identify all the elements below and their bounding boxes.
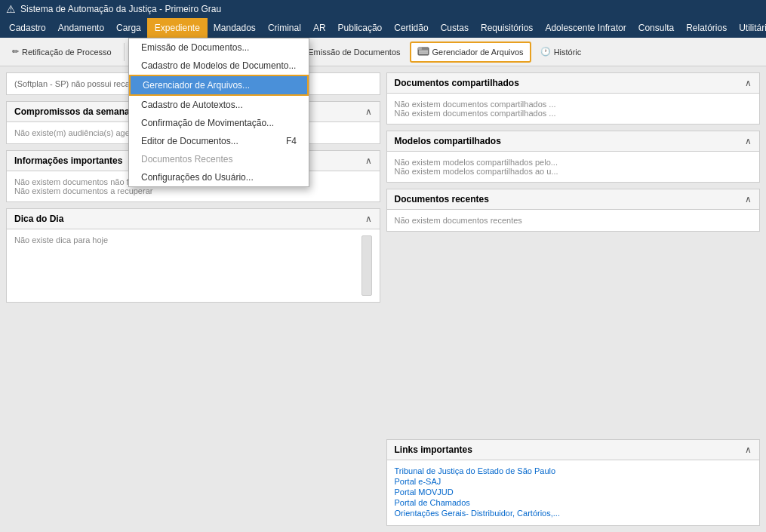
compromissos-title: Compromissos da semana [14, 106, 130, 117]
links-importantes-header: Links importantes ∧ [387, 440, 760, 460]
retificacao-icon: ✏ [12, 47, 19, 57]
gerenciador-icon [417, 45, 429, 59]
menu-certidao[interactable]: Certidão [388, 18, 434, 38]
expediente-dropdown: Emissão de Documentos... Cadastro de Mod… [128, 38, 309, 187]
separator-1 [124, 43, 125, 61]
svg-rect-6 [418, 48, 422, 50]
menu-publicacao[interactable]: Publicação [332, 18, 389, 38]
dropdown-confirmacao[interactable]: Confirmação de Movimentação... [129, 114, 309, 132]
informacoes-line-2: Não existem documentos a recuperar [14, 186, 372, 195]
right-column: Documentos compartilhados ∧ Não existem … [386, 72, 761, 526]
link-item-1[interactable]: Portal e-SAJ [395, 477, 752, 486]
menu-ar[interactable]: AR [307, 18, 332, 38]
modelos-compartilhados-line-2: Não existem modelos compartilhados ao u.… [395, 167, 752, 176]
link-item-2[interactable]: Portal MOVJUD [395, 487, 752, 497]
menu-adolescente[interactable]: Adolescente Infrator [539, 18, 632, 38]
dica-content: Não existe dica para hoje [7, 229, 380, 302]
title-bar: ⚠ Sistema de Automação da Justiça - Prim… [0, 0, 766, 18]
retificacao-label: Retificação de Processo [22, 48, 112, 57]
modelos-compartilhados-panel: Modelos compartilhados ∧ Não existem mod… [386, 131, 761, 183]
dropdown-configuracoes[interactable]: Configurações do Usuário... [129, 168, 309, 186]
menu-custas[interactable]: Custas [435, 18, 475, 38]
dropdown-cadastro-modelos[interactable]: Cadastro de Modelos de Documento... [129, 57, 309, 75]
docs-recentes-content: Não existem documentos recentes [387, 210, 760, 231]
links-importantes-title: Links importantes [395, 444, 472, 455]
docs-recentes-panel: Documentos recentes ∧ Não existem docume… [386, 189, 761, 232]
docs-recentes-text: Não existem documentos recentes [395, 216, 522, 225]
menu-bar: Cadastro Andamento Carga Expediente Mand… [0, 18, 766, 38]
docs-compartilhados-title: Documentos compartilhados [395, 78, 519, 88]
informacoes-title: Informações importantes [14, 155, 122, 166]
links-importantes-content: Tribunal de Justiça do Estado de São Pau… [387, 460, 760, 525]
menu-utilitarios[interactable]: Utilitários [733, 18, 766, 38]
informacoes-collapse[interactable]: ∧ [365, 155, 372, 166]
menu-consulta[interactable]: Consulta [632, 18, 680, 38]
dica-panel: Dica do Dia ∧ Não existe dica para hoje [6, 208, 380, 303]
svg-rect-8 [419, 52, 428, 54]
modelos-compartilhados-line-1: Não existem modelos compartilhados pelo.… [395, 158, 752, 167]
dropdown-editor-docs[interactable]: Editor de Documentos... F4 [129, 132, 309, 150]
menu-carga[interactable]: Carga [110, 18, 147, 38]
docs-recentes-collapse[interactable]: ∧ [745, 194, 752, 204]
retificacao-button[interactable]: ✏ Retificação de Processo [6, 45, 118, 59]
scrollbar[interactable] [361, 235, 372, 296]
gerenciador-button[interactable]: Gerenciador de Arquivos [410, 42, 531, 63]
links-importantes-panel: Links importantes ∧ Tribunal de Justiça … [386, 439, 761, 526]
modelos-compartilhados-header: Modelos compartilhados ∧ [387, 131, 760, 152]
dica-text: Não existe dica para hoje [14, 235, 108, 244]
historico-icon: 🕐 [540, 47, 551, 57]
historico-button[interactable]: 🕐 Históric [534, 45, 588, 59]
editor-shortcut: F4 [286, 136, 297, 146]
compromissos-collapse[interactable]: ∧ [365, 106, 372, 117]
menu-relatorios[interactable]: Relatórios [680, 18, 733, 38]
app-icon: ⚠ [6, 3, 16, 15]
link-item-3[interactable]: Portal de Chamados [395, 498, 752, 507]
menu-andamento[interactable]: Andamento [52, 18, 110, 38]
toolbar: ✏ Retificação de Processo 📄 Peças Fluxo … [0, 38, 766, 66]
docs-compartilhados-collapse[interactable]: ∧ [745, 78, 752, 88]
dica-header: Dica do Dia ∧ [7, 209, 380, 229]
recados-text: (Softplan - SP) não possui recados [14, 79, 143, 88]
modelos-compartilhados-content: Não existem modelos compartilhados pelo.… [387, 152, 760, 182]
modelos-compartilhados-collapse[interactable]: ∧ [745, 136, 752, 146]
right-spacer [386, 238, 761, 433]
menu-cadastro[interactable]: Cadastro [3, 18, 52, 38]
gerenciador-label: Gerenciador de Arquivos [432, 48, 524, 57]
dropdown-docs-recentes: Documentos Recentes [129, 150, 309, 168]
links-importantes-collapse[interactable]: ∧ [745, 444, 752, 455]
docs-compartilhados-panel: Documentos compartilhados ∧ Não existem … [386, 72, 761, 125]
docs-compartilhados-line-2: Não existem documentos compartilhados ..… [395, 109, 752, 118]
docs-recentes-header: Documentos recentes ∧ [387, 189, 760, 210]
menu-mandados[interactable]: Mandados [208, 18, 262, 38]
emissao-label: Emissão de Documentos [308, 48, 400, 57]
menu-requisitorios[interactable]: Requisitórios [475, 18, 539, 38]
app-title: Sistema de Automação da Justiça - Primei… [20, 4, 221, 14]
docs-recentes-title: Documentos recentes [395, 194, 489, 204]
modelos-compartilhados-title: Modelos compartilhados [395, 136, 501, 146]
main-content: (Softplan - SP) não possui recados Compr… [0, 66, 766, 532]
dropdown-cadastro-autotextos[interactable]: Cadastro de Autotextos... [129, 96, 309, 114]
menu-criminal[interactable]: Criminal [262, 18, 307, 38]
docs-compartilhados-header: Documentos compartilhados ∧ [387, 73, 760, 94]
dropdown-gerenciador-arquivos[interactable]: Gerenciador de Arquivos... [129, 75, 309, 96]
docs-compartilhados-content: Não existem documentos compartilhados ..… [387, 94, 760, 124]
docs-compartilhados-line-1: Não existem documentos compartilhados ..… [395, 100, 752, 109]
link-item-0[interactable]: Tribunal de Justiça do Estado de São Pau… [395, 466, 752, 475]
historico-label: Históric [554, 48, 582, 57]
link-item-4[interactable]: Orientações Gerais- Distribuidor, Cartór… [395, 509, 752, 518]
dropdown-emissao-docs[interactable]: Emissão de Documentos... [129, 38, 309, 57]
svg-rect-7 [419, 51, 428, 52]
menu-expediente[interactable]: Expediente [147, 18, 208, 38]
dica-title: Dica do Dia [14, 214, 63, 224]
dica-collapse[interactable]: ∧ [365, 214, 372, 224]
